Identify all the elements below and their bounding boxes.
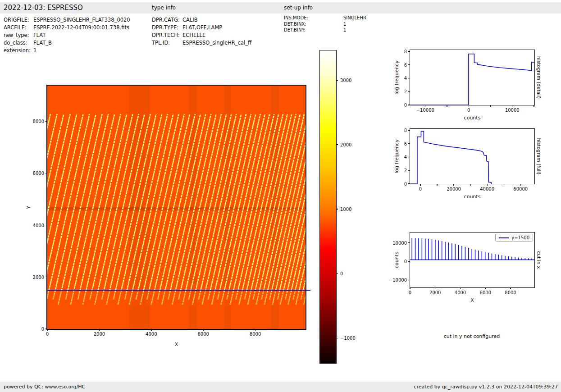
x-tick-label: 4000: [146, 332, 157, 337]
y-tick-label: 2: [404, 89, 407, 94]
x-tick: [255, 329, 255, 331]
y-tick: [408, 91, 410, 92]
x-tick-label: 2000: [94, 332, 105, 337]
y-tick: [408, 51, 410, 51]
y-tick-label: 0: [404, 259, 407, 264]
ins-mode-value: SINGLEHR: [343, 15, 366, 21]
qc-report-page: { "header": { "title": "2022-12-03: ESPR…: [0, 0, 561, 392]
x-tick: [520, 184, 521, 186]
dpr-type-value: FLAT,OFF,LAMP: [182, 24, 222, 32]
colorbar-tick: [336, 209, 338, 209]
hist-full-right-label: histogram (full): [536, 129, 542, 184]
x-tick: [485, 287, 486, 289]
y-tick-label: 0: [404, 103, 407, 108]
x-tick: [460, 287, 461, 289]
y-tick-label: 0: [404, 182, 407, 187]
x-tick-label: 10000: [505, 108, 520, 113]
arcfile-value: ESPRE.2022-12-04T09:00:01.738.fits: [33, 24, 129, 32]
x-minor-tick: [534, 105, 534, 107]
y-tick: [408, 64, 410, 65]
histogram-detail-plot: counts log frequency histogram (detail) …: [410, 50, 535, 105]
origfile-label: ORIGFILE:: [4, 16, 29, 24]
x-tick-label: 0: [419, 187, 422, 191]
x-minor-tick: [504, 184, 504, 186]
det-binx-label: DET.BINX:: [284, 21, 306, 27]
hist-full-xaxis-label: counts: [410, 194, 534, 200]
colorbar-tick-label: 1000: [340, 207, 351, 212]
cut-x-right-label: cut in x: [536, 232, 542, 287]
x-tick: [410, 287, 410, 289]
y-tick-label: 4: [404, 155, 407, 160]
y-tick: [408, 183, 410, 184]
y-tick-label: 8000: [33, 119, 44, 124]
colorbar-tick-label: 0: [340, 271, 343, 276]
type-info-title: type info: [152, 2, 176, 14]
legend-label: y=1500: [511, 235, 529, 240]
histogram-full-canvas: [410, 129, 534, 184]
dpr-catg-value: CALIB: [182, 16, 198, 24]
hist-detail-yaxis-label: log frequency: [394, 50, 400, 105]
dpr-tech-value: ECHELLE: [182, 32, 205, 39]
y-tick-label: 6: [404, 62, 407, 67]
colorbar: 3000200010000−1000: [319, 50, 337, 364]
x-tick-label: 8000: [250, 332, 261, 337]
rawtype-value: FLAT: [33, 32, 46, 39]
tpl-id-label: TPL.ID:: [152, 39, 170, 47]
cut-position-line: [47, 290, 310, 291]
colorbar-tick-label: 2000: [340, 142, 351, 147]
y-tick: [46, 277, 47, 277]
setup-info-title: set-up info: [284, 2, 313, 14]
x-tick: [453, 184, 454, 186]
header-strip: 2022-12-03: ESPRESSO type info set-up in…: [0, 2, 561, 14]
cut-in-x-plot: y=1500 X counts cut in x 020004000600080…: [410, 232, 535, 288]
det-biny-label: DET.BINY:: [284, 27, 306, 33]
x-tick: [510, 287, 511, 289]
y-tick-label: 8: [404, 128, 407, 132]
y-tick-label: −10000: [389, 278, 407, 283]
doclass-label: do_class:: [4, 39, 27, 47]
extension-label: extension:: [4, 47, 31, 55]
x-tick: [425, 105, 425, 107]
main-yaxis-label: Y: [26, 86, 32, 329]
footer-powered-by: powered by QC: www.eso.org/HC: [4, 382, 85, 392]
x-tick-label: 0: [467, 108, 470, 113]
x-tick-label: 2000: [429, 290, 441, 295]
origfile-value: ESPRESSO_SINGLEHR_FLAT338_0020: [33, 16, 130, 24]
x-tick: [151, 329, 151, 331]
x-minor-tick: [470, 184, 471, 186]
dpr-tech-label: DPR.TECH:: [152, 32, 180, 39]
legend: y=1500: [495, 234, 533, 242]
x-tick-label: 8000: [505, 290, 516, 295]
y-tick-label: 8: [404, 49, 407, 54]
dpr-catg-label: DPR.CATG:: [152, 16, 180, 24]
y-tick: [408, 143, 410, 144]
x-tick-label: 0: [409, 290, 411, 295]
cut-in-y-message: cut in y not configured: [410, 333, 534, 339]
y-tick-label: 0: [41, 327, 44, 332]
colorbar-tick: [336, 273, 338, 274]
y-tick: [46, 225, 47, 225]
raw-image-canvas: [47, 86, 306, 329]
main-xaxis-label: X: [47, 342, 306, 347]
y-tick: [408, 157, 410, 157]
dpr-type-label: DPR.TYPE:: [152, 24, 178, 32]
doclass-value: FLAT_B: [33, 39, 52, 47]
x-tick: [487, 184, 488, 186]
hist-detail-right-label: histogram (detail): [536, 50, 542, 105]
y-tick: [46, 121, 47, 122]
x-tick: [420, 184, 420, 186]
colorbar-tick: [336, 338, 338, 338]
y-tick: [408, 78, 410, 78]
det-biny-value: 1: [343, 27, 346, 33]
x-tick-label: 60000: [513, 187, 528, 191]
colorbar-tick-label: −1000: [340, 336, 356, 341]
x-tick-label: 20000: [447, 187, 461, 191]
y-tick: [408, 130, 410, 130]
x-tick: [99, 329, 100, 331]
y-tick-label: 4: [404, 76, 407, 81]
y-tick-label: 4000: [33, 223, 44, 228]
x-minor-tick: [437, 184, 437, 186]
det-binx-value: 1: [343, 21, 346, 27]
tpl-id-value: ESPRESSO_singleHR_cal_ff: [182, 39, 251, 47]
y-tick: [408, 170, 410, 171]
